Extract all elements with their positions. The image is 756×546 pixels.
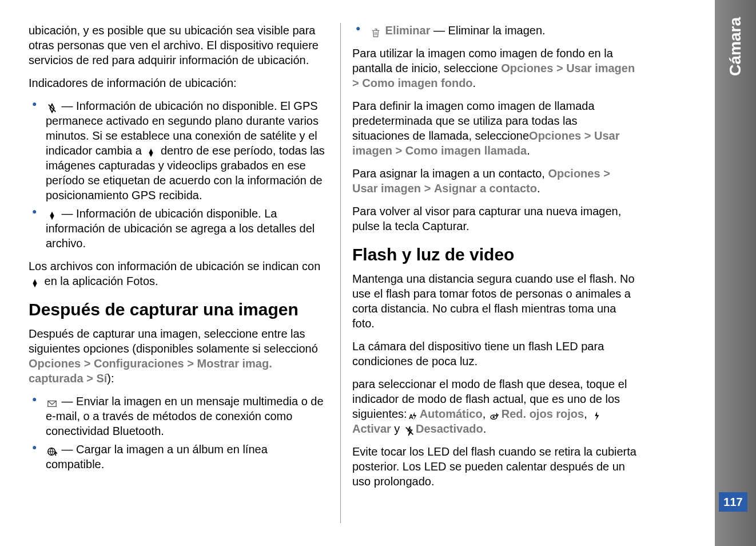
flash-auto-icon: A bbox=[408, 410, 419, 420]
separator: > bbox=[187, 357, 194, 370]
svg-text:A: A bbox=[409, 413, 413, 420]
text: Después de capturar una imagen, seleccio… bbox=[29, 327, 318, 355]
menu-path: Usar imagen bbox=[566, 62, 635, 74]
list-item: Eliminar — Eliminar la imagen. bbox=[352, 23, 638, 38]
location-off-icon bbox=[47, 102, 57, 112]
text: — Enviar la imagen en un mensaje multime… bbox=[46, 395, 324, 437]
trash-icon bbox=[371, 26, 381, 37]
menu-path: Opciones bbox=[548, 167, 600, 180]
separator: > bbox=[396, 144, 403, 157]
separator: > bbox=[86, 372, 93, 385]
menu-path: Opciones bbox=[29, 357, 81, 370]
menu-path: Asignar a contacto bbox=[434, 182, 537, 195]
location-on-icon bbox=[47, 209, 57, 220]
menu-path: Sí bbox=[96, 372, 107, 385]
envelope-icon bbox=[47, 397, 57, 407]
right-column: Eliminar — Eliminar la imagen. Para util… bbox=[340, 23, 652, 523]
location-on-icon bbox=[146, 147, 156, 157]
paragraph: Para asignar la imagen a un contacto, Op… bbox=[352, 166, 638, 196]
flash-mode: Activar bbox=[352, 422, 391, 435]
globe-upload-icon bbox=[47, 445, 57, 456]
heading-after-capture: Después de capturar una imagen bbox=[29, 300, 329, 319]
indicator-list: — Información de ubicación no disponible… bbox=[29, 98, 329, 251]
paragraph: La cámara del dispositivo tiene un flash… bbox=[352, 339, 638, 369]
action-label: Eliminar bbox=[385, 24, 431, 37]
flash-off-icon bbox=[404, 425, 415, 435]
list-item: — Enviar la imagen en un mensaje multime… bbox=[29, 394, 329, 438]
paragraph: Para volver al visor para capturar una n… bbox=[352, 204, 638, 234]
page-number: 117 bbox=[719, 492, 747, 512]
paragraph: Evite tocar los LED del flash cuando se … bbox=[352, 444, 638, 489]
text: ): bbox=[107, 372, 114, 385]
section-label: Cámara bbox=[726, 17, 745, 76]
paragraph: Después de capturar una imagen, seleccio… bbox=[29, 326, 329, 386]
text: — Eliminar la imagen. bbox=[430, 24, 545, 37]
section-tab: Cámara bbox=[715, 0, 756, 546]
list-item: — Información de ubicación disponible. L… bbox=[29, 206, 329, 251]
text: — Cargar la imagen a un álbum en línea c… bbox=[46, 443, 268, 470]
text: y bbox=[391, 422, 403, 435]
list-item: — Cargar la imagen a un álbum en línea c… bbox=[29, 442, 329, 472]
separator: > bbox=[84, 357, 91, 370]
text: Para asignar la imagen a un contacto, bbox=[352, 167, 548, 180]
text: en la aplicación Fotos. bbox=[41, 275, 158, 287]
text: Los archivos con información de ubicació… bbox=[29, 260, 320, 272]
paragraph: Los archivos con información de ubicació… bbox=[29, 259, 329, 288]
flash-mode: Automático bbox=[420, 407, 483, 420]
action-list: — Enviar la imagen en un mensaje multime… bbox=[29, 394, 329, 472]
separator: > bbox=[352, 77, 359, 89]
separator: > bbox=[584, 129, 591, 142]
separator: > bbox=[424, 182, 431, 195]
menu-path: Opciones bbox=[529, 129, 581, 142]
flash-on-icon bbox=[591, 410, 602, 420]
heading-flash: Flash y luz de video bbox=[352, 245, 638, 264]
separator: > bbox=[603, 167, 610, 180]
paragraph: para seleccionar el modo de flash que de… bbox=[352, 377, 638, 436]
paragraph: Mantenga una distancia segura cuando use… bbox=[352, 271, 638, 331]
paragraph: Indicadores de información de ubicación: bbox=[29, 76, 329, 90]
flash-mode: Desactivado bbox=[416, 422, 483, 435]
menu-path: Usar imagen bbox=[352, 182, 421, 195]
menu-path: Como imagen llamada bbox=[405, 144, 527, 157]
separator: > bbox=[556, 62, 563, 74]
paragraph: Para utilizar la imagen como imagen de f… bbox=[352, 46, 638, 90]
paragraph: Para definir la imagen como imagen de ll… bbox=[352, 98, 638, 158]
list-item: — Información de ubicación no disponible… bbox=[29, 98, 329, 203]
flash-mode: Red. ojos rojos bbox=[502, 407, 584, 420]
flash-redeye-icon bbox=[490, 410, 500, 420]
text: — Información de ubicación disponible. L… bbox=[46, 207, 315, 250]
paragraph: ubicación, y es posible que su ubicación… bbox=[29, 23, 329, 68]
page-content: ubicación, y es posible que su ubicación… bbox=[0, 0, 756, 546]
left-column: ubicación, y es posible que su ubicación… bbox=[29, 23, 340, 523]
location-on-icon bbox=[30, 277, 40, 287]
menu-path: Como imagen fondo bbox=[362, 77, 472, 89]
menu-path: Opciones bbox=[501, 62, 553, 74]
svg-point-5 bbox=[492, 416, 495, 418]
action-list-continued: Eliminar — Eliminar la imagen. bbox=[352, 23, 638, 38]
menu-path: Configuraciones bbox=[94, 357, 184, 370]
